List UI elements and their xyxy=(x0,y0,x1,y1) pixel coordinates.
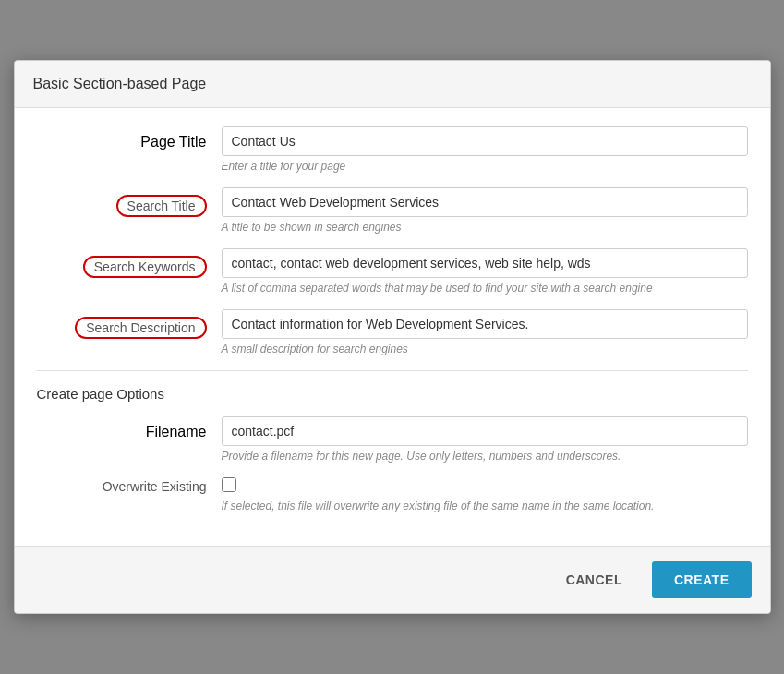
cancel-button[interactable]: CANCEL xyxy=(548,563,641,596)
section-title: Create page Options xyxy=(37,386,748,402)
search-description-label: Search Description xyxy=(75,317,206,339)
dialog-footer: CANCEL CREATE xyxy=(15,546,770,613)
search-title-group: Search Title A title to be shown in sear… xyxy=(37,187,748,234)
search-keywords-label: Search Keywords xyxy=(83,256,207,278)
page-title-input[interactable] xyxy=(222,126,748,156)
dialog-title: Basic Section-based Page xyxy=(33,76,752,92)
page-title-field: Enter a title for your page xyxy=(222,126,748,173)
filename-field: Provide a filename for this new page. Us… xyxy=(222,416,748,463)
search-title-label-container: Search Title xyxy=(37,187,222,217)
search-keywords-group: Search Keywords A list of comma separate… xyxy=(37,248,748,295)
search-keywords-input[interactable] xyxy=(222,248,748,278)
search-title-input[interactable] xyxy=(222,187,748,217)
search-keywords-help: A list of comma separated words that may… xyxy=(222,282,748,295)
overwrite-field: If selected, this file will overwrite an… xyxy=(222,477,748,512)
search-description-field: A small description for search engines xyxy=(222,309,748,355)
overwrite-group: Overwrite Existing If selected, this fil… xyxy=(37,477,748,512)
search-description-help: A small description for search engines xyxy=(222,343,748,355)
page-title-group: Page Title Enter a title for your page xyxy=(37,126,748,173)
filename-group: Filename Provide a filename for this new… xyxy=(37,416,748,463)
overwrite-help: If selected, this file will overwrite an… xyxy=(222,499,748,512)
search-keywords-field: A list of comma separated words that may… xyxy=(222,248,748,295)
overwrite-label: Overwrite Existing xyxy=(37,477,222,494)
dialog-overlay: Basic Section-based Page Page Title Ente… xyxy=(0,0,784,674)
search-keywords-label-container: Search Keywords xyxy=(37,248,222,278)
filename-input[interactable] xyxy=(222,416,748,446)
search-title-label: Search Title xyxy=(116,195,207,217)
dialog-header: Basic Section-based Page xyxy=(15,61,770,108)
create-button[interactable]: CREATE xyxy=(652,561,752,598)
filename-label: Filename xyxy=(146,424,207,440)
section-divider xyxy=(37,370,748,371)
page-title-help: Enter a title for your page xyxy=(222,160,748,173)
page-title-label: Page Title xyxy=(140,134,206,150)
filename-help: Provide a filename for this new page. Us… xyxy=(222,450,748,463)
page-title-label-container: Page Title xyxy=(37,126,222,150)
overwrite-checkbox[interactable] xyxy=(222,477,236,492)
filename-label-container: Filename xyxy=(37,416,222,440)
search-description-label-container: Search Description xyxy=(37,309,222,339)
search-description-group: Search Description A small description f… xyxy=(37,309,748,355)
dialog-body: Page Title Enter a title for your page S… xyxy=(15,108,770,546)
search-title-help: A title to be shown in search engines xyxy=(222,221,748,234)
search-title-field: A title to be shown in search engines xyxy=(222,187,748,234)
search-description-input[interactable] xyxy=(222,309,748,339)
dialog: Basic Section-based Page Page Title Ente… xyxy=(14,60,771,614)
